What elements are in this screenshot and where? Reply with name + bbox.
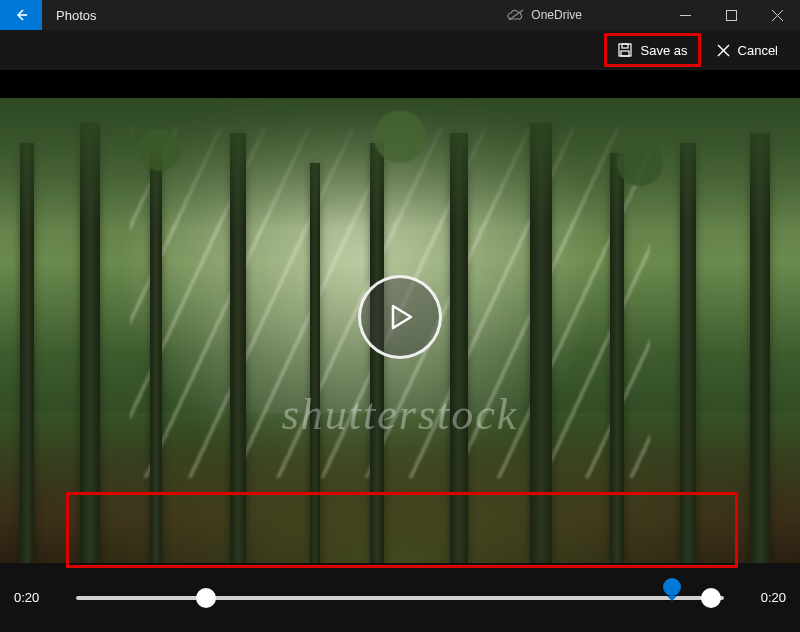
close-button[interactable] <box>754 0 800 30</box>
save-as-label: Save as <box>641 43 688 58</box>
action-toolbar: Save as Cancel <box>0 30 800 70</box>
trim-controls: 0:20 0:20 <box>0 563 800 632</box>
play-icon <box>383 300 417 334</box>
play-button[interactable] <box>358 275 442 359</box>
back-button[interactable] <box>0 0 42 30</box>
minimize-icon <box>680 10 691 21</box>
svg-rect-6 <box>622 44 628 48</box>
time-end: 0:20 <box>734 590 786 605</box>
save-as-button[interactable]: Save as <box>604 33 701 67</box>
cancel-label: Cancel <box>738 43 778 58</box>
canopy <box>0 98 800 228</box>
titlebar: Photos OneDrive <box>0 0 800 30</box>
cancel-button[interactable]: Cancel <box>707 37 788 64</box>
onedrive-label: OneDrive <box>531 8 582 22</box>
onedrive-status[interactable]: OneDrive <box>507 8 582 22</box>
trim-end-handle[interactable] <box>701 588 721 608</box>
time-start: 0:20 <box>14 590 66 605</box>
x-icon <box>717 44 730 57</box>
minimize-button[interactable] <box>662 0 708 30</box>
svg-marker-10 <box>393 306 411 328</box>
video-preview-area: shutterstock <box>0 70 800 563</box>
cloud-icon <box>507 9 525 21</box>
trim-start-handle[interactable] <box>196 588 216 608</box>
svg-rect-2 <box>726 10 736 20</box>
svg-rect-7 <box>621 51 629 56</box>
close-icon <box>772 10 783 21</box>
playhead-marker[interactable] <box>663 578 681 596</box>
app-title: Photos <box>56 8 507 23</box>
maximize-button[interactable] <box>708 0 754 30</box>
trim-slider[interactable] <box>76 596 724 600</box>
save-icon <box>617 42 633 58</box>
arrow-left-icon <box>13 7 29 23</box>
maximize-icon <box>726 10 737 21</box>
watermark-text: shutterstock <box>282 389 519 440</box>
